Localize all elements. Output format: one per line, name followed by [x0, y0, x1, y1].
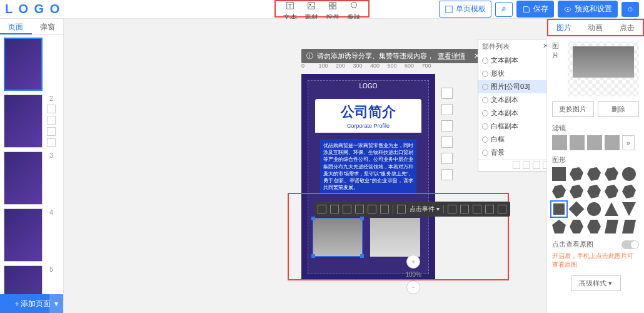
page-action[interactable]: [47, 127, 56, 136]
add-page-dropdown[interactable]: ▾: [49, 294, 63, 313]
delete-image-button[interactable]: 删除: [598, 101, 640, 117]
shape-blob[interactable]: [570, 167, 583, 181]
power-button[interactable]: [621, 2, 639, 17]
shape-triangle-down[interactable]: [622, 202, 636, 216]
eye-icon[interactable]: [482, 71, 488, 77]
shape-diamond[interactable]: [569, 202, 585, 217]
page-thumb[interactable]: [4, 38, 43, 91]
page-action[interactable]: [47, 138, 56, 147]
page-thumb[interactable]: [4, 151, 43, 205]
part-action[interactable]: [523, 162, 530, 169]
preview-button[interactable]: 预览和设置: [558, 1, 618, 18]
shape-hexagon[interactable]: [570, 220, 583, 233]
filter-option[interactable]: [570, 135, 585, 150]
shape-parallelogram[interactable]: [622, 220, 636, 233]
save-button[interactable]: 保存: [516, 1, 554, 18]
filter-option[interactable]: [605, 135, 620, 150]
canvas-image[interactable]: [370, 218, 420, 257]
imgtool[interactable]: [330, 205, 339, 213]
imgtool[interactable]: [380, 205, 389, 213]
eye-icon[interactable]: [482, 150, 488, 156]
imgtool[interactable]: [368, 205, 376, 213]
filter-more[interactable]: »: [622, 135, 635, 150]
part-row[interactable]: 文本副本: [478, 54, 546, 67]
part-row[interactable]: 图片[公司03]: [478, 80, 546, 93]
eye-icon[interactable]: [482, 110, 488, 116]
imgtool[interactable]: [498, 205, 506, 213]
imgtool[interactable]: [473, 205, 481, 213]
rtab-anim[interactable]: 动画: [580, 20, 611, 35]
sidetool[interactable]: [441, 88, 453, 99]
shape-circle[interactable]: [587, 202, 601, 216]
imgtool[interactable]: [460, 205, 469, 213]
add-page-button[interactable]: ＋添加页面▾: [0, 294, 63, 313]
filter-option[interactable]: [587, 135, 602, 150]
sidetool[interactable]: [441, 169, 453, 180]
click-event-button[interactable]: 点击事件 ▾: [410, 205, 440, 213]
close-icon[interactable]: ✕: [543, 42, 546, 51]
parts-panel: 部件列表✕ 文本副本 形状 图片[公司03] 文本副本 文本副本 白框副本 白框…: [478, 39, 546, 172]
shape-splat[interactable]: [552, 185, 566, 198]
warning-link[interactable]: 查看详情: [438, 51, 465, 61]
zoom-out-button[interactable]: －: [406, 280, 420, 294]
eye-icon[interactable]: [482, 123, 488, 130]
imgtool[interactable]: [448, 205, 456, 213]
page-thumb[interactable]: [4, 265, 43, 294]
sidetool[interactable]: [441, 120, 453, 131]
shape-selected[interactable]: [552, 202, 566, 216]
shape-parallelogram[interactable]: [605, 220, 618, 233]
rtab-click[interactable]: 点击: [611, 20, 643, 35]
shape-splat[interactable]: [570, 185, 583, 198]
part-action[interactable]: [543, 162, 546, 169]
part-action[interactable]: [533, 162, 540, 169]
image-preview[interactable]: [568, 41, 639, 96]
part-action[interactable]: [513, 162, 520, 169]
shape-square[interactable]: [552, 167, 566, 181]
shape-pentagon[interactable]: [552, 220, 566, 233]
imgtool[interactable]: [318, 205, 326, 213]
template-button[interactable]: 单页模板: [439, 1, 491, 18]
page-thumb[interactable]: [4, 208, 43, 262]
part-row[interactable]: 形状: [478, 67, 546, 80]
tab-popup[interactable]: 弹窗: [32, 19, 64, 34]
shape-splat[interactable]: [587, 185, 601, 198]
canvas-title[interactable]: 公司简介: [315, 99, 421, 123]
eye-icon[interactable]: [482, 136, 488, 143]
part-row[interactable]: 文本副本: [478, 93, 546, 106]
page-thumb[interactable]: [4, 95, 43, 148]
canvas-subtitle[interactable]: Corporate Profile: [315, 123, 421, 133]
shape-splat[interactable]: [622, 185, 636, 198]
imgtool[interactable]: [355, 205, 364, 213]
sidetool[interactable]: [441, 153, 453, 164]
filter-option[interactable]: [552, 135, 567, 150]
sidetool[interactable]: [441, 104, 453, 115]
zoom-in-button[interactable]: ＋: [406, 255, 420, 269]
part-row[interactable]: 白框: [478, 133, 546, 146]
sidetool[interactable]: [441, 136, 453, 148]
shape-blob[interactable]: [605, 167, 618, 181]
imgtool[interactable]: [343, 205, 351, 213]
shape-circle[interactable]: [622, 167, 636, 181]
eye-icon[interactable]: [482, 97, 488, 103]
shape-splat[interactable]: [605, 185, 618, 198]
shape-hexagon[interactable]: [587, 220, 601, 233]
advanced-style-button[interactable]: 高级样式 ▾: [571, 275, 621, 291]
canvas-paragraph[interactable]: 优品购商贸是一家商贸零售业为主，同时涉及互联网、环保、生物科技进出口贸易等产业的…: [320, 139, 416, 194]
music-button[interactable]: [495, 2, 513, 17]
part-row[interactable]: 白框副本: [478, 120, 546, 133]
shape-triangle[interactable]: [605, 202, 618, 216]
selected-image[interactable]: [313, 218, 363, 257]
imgtool[interactable]: [485, 205, 494, 213]
rtab-image[interactable]: 图片: [548, 20, 580, 35]
eye-icon[interactable]: [482, 84, 488, 90]
page-action[interactable]: [47, 116, 56, 125]
shape-blob[interactable]: [587, 167, 601, 181]
tab-page[interactable]: 页面: [0, 19, 32, 34]
imgtool[interactable]: [397, 205, 406, 213]
page-action[interactable]: [47, 105, 56, 113]
eye-icon[interactable]: [482, 58, 488, 64]
orig-switch[interactable]: [621, 240, 639, 249]
part-row[interactable]: 背景: [478, 146, 546, 159]
part-row[interactable]: 文本副本: [478, 106, 546, 120]
replace-image-button[interactable]: 更换图片: [552, 101, 594, 117]
